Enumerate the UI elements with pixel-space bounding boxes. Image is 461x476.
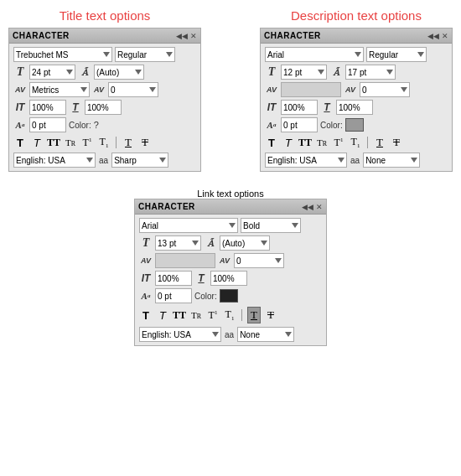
type-sub-btn[interactable]: T1 — [97, 136, 111, 149]
desc-close-btn[interactable]: ✕ — [442, 32, 448, 40]
desc-font-row: Arial Regular — [265, 47, 448, 62]
desc-type-smallcaps-btn[interactable]: Tr — [315, 137, 329, 147]
desc-panel-body: Arial Regular T 12 pt A̋ 17 pt — [261, 44, 452, 171]
link-aa-select[interactable]: None — [237, 327, 294, 342]
link-panel-title: CHARACTER — [138, 202, 195, 211]
desc-font-select[interactable]: Arial — [265, 47, 364, 62]
kern-icon: AV — [13, 83, 27, 96]
color-value: ? — [94, 120, 99, 130]
desc-baseline-row: Aa Color: — [265, 117, 448, 132]
panel-body: Trebuchet MS Regular T 24 pt A̋ (Auto) — [9, 44, 200, 171]
size-icon: T — [13, 65, 27, 79]
desc-aa-select[interactable]: None — [363, 153, 420, 168]
link-track-select[interactable]: 0 — [234, 253, 284, 268]
panel-header: CHARACTER ◀◀ ✕ — [9, 28, 200, 44]
desc-type-bold-btn[interactable]: T — [265, 137, 278, 149]
style-select[interactable]: Regular — [115, 47, 175, 62]
desc-baseline-icon: Aa — [265, 118, 278, 132]
desc-scale-v-icon: IT — [265, 101, 278, 114]
desc-type-super-btn[interactable]: T1 — [332, 137, 345, 149]
link-panel-header: CHARACTER ◀◀ ✕ — [135, 199, 326, 215]
link-divider1 — [241, 309, 242, 321]
link-type-smallcaps-btn[interactable]: Tr — [189, 310, 203, 320]
title-section-label: Title text options — [60, 8, 151, 23]
title-section: Title text options CHARACTER ◀◀ ✕ Trebuc… — [8, 8, 201, 172]
aa-select[interactable]: Sharp None — [111, 153, 168, 168]
link-kern-row: AV AV 0 — [139, 253, 322, 268]
desc-type-italic-btn[interactable]: T — [282, 137, 295, 149]
desc-lang-select[interactable]: English: USA — [265, 153, 347, 168]
link-type-underline-btn[interactable]: T — [247, 307, 261, 323]
font-select[interactable]: Trebuchet MS — [13, 47, 112, 62]
link-size-icon: T — [139, 236, 153, 250]
link-type-super-btn[interactable]: T1 — [206, 309, 220, 322]
link-font-select[interactable]: Arial — [139, 218, 238, 233]
link-leading-icon: A̋ — [204, 236, 217, 250]
type-super-btn[interactable]: T1 — [80, 137, 94, 149]
link-scale-h-input[interactable] — [210, 271, 247, 286]
link-section: Link text options CHARACTER ◀◀ ✕ Arial B… — [8, 189, 453, 346]
link-style-select[interactable]: Bold — [241, 218, 301, 233]
kern-select[interactable]: Metrics — [29, 82, 90, 97]
leading-icon: A̋ — [78, 65, 91, 79]
link-aa-label: aa — [225, 330, 234, 339]
size-row: T 24 pt A̋ (Auto) — [13, 65, 196, 80]
type-underline-btn[interactable]: T — [122, 136, 135, 149]
link-color-box[interactable] — [220, 289, 238, 303]
desc-kern-select[interactable] — [281, 82, 341, 97]
desc-style-select[interactable]: Regular — [366, 47, 427, 62]
link-type-tt-btn[interactable]: TT — [173, 309, 186, 322]
link-type-italic-btn[interactable]: T — [156, 309, 169, 322]
desc-minimize-btn[interactable]: ◀◀ — [427, 32, 439, 40]
type-italic-btn[interactable]: T — [30, 137, 44, 149]
desc-type-sub-btn[interactable]: T1 — [349, 136, 362, 149]
baseline-input[interactable] — [29, 117, 66, 132]
scale-row: IT T — [13, 100, 196, 115]
minimize-btn[interactable]: ◀◀ — [176, 32, 188, 40]
desc-scale-row: IT T — [265, 100, 448, 115]
type-strike-btn[interactable]: T — [138, 136, 152, 149]
link-close-btn[interactable]: ✕ — [316, 203, 323, 211]
link-scale-row: IT T — [139, 271, 322, 286]
desc-scale-h-input[interactable] — [336, 100, 373, 115]
link-scale-v-input[interactable] — [155, 271, 192, 286]
type-tt-btn[interactable]: TT — [47, 137, 60, 149]
link-baseline-input[interactable] — [155, 288, 192, 303]
link-lang-row: English: USA aa None — [139, 327, 322, 342]
desc-color-box[interactable] — [345, 118, 364, 132]
link-minimize-btn[interactable]: ◀◀ — [302, 203, 313, 211]
link-type-bold-btn[interactable]: T — [139, 309, 153, 322]
scale-h-input[interactable] — [85, 100, 122, 115]
track-select[interactable]: 0 — [108, 82, 158, 97]
desc-scale-v-input[interactable] — [281, 100, 318, 115]
close-btn[interactable]: ✕ — [190, 32, 197, 40]
scale-v-icon: IT — [13, 101, 27, 114]
link-lang-select[interactable]: English: USA — [139, 327, 221, 342]
link-size-select[interactable]: 13 pt — [155, 235, 201, 251]
kern-row: AV Metrics AV 0 — [13, 82, 196, 97]
scale-v-input[interactable] — [29, 100, 66, 115]
link-kern-select[interactable] — [155, 253, 215, 268]
leading-select[interactable]: (Auto) — [94, 65, 144, 80]
type-bold-btn[interactable]: T — [13, 137, 27, 149]
desc-baseline-input[interactable] — [281, 117, 318, 132]
type-smallcaps-btn[interactable]: Tr — [64, 137, 77, 147]
lang-select[interactable]: English: USA — [13, 153, 96, 168]
desc-type-tt-btn[interactable]: TT — [298, 137, 312, 149]
desc-size-row: T 12 pt A̋ 17 pt — [265, 65, 448, 80]
link-leading-select[interactable]: (Auto) — [220, 235, 270, 251]
desc-size-select[interactable]: 12 pt — [281, 65, 327, 80]
desc-kern-icon: AV — [265, 83, 278, 96]
desc-lang-row: English: USA aa None — [265, 153, 448, 168]
lang-row: English: USA aa Sharp None — [13, 153, 196, 168]
link-header-controls: ◀◀ ✕ — [302, 203, 323, 211]
desc-type-underline-btn[interactable]: T — [373, 136, 386, 149]
link-type-sub-btn[interactable]: T1 — [223, 308, 236, 322]
size-select[interactable]: 24 pt — [29, 65, 75, 80]
desc-track-select[interactable]: 0 — [360, 82, 410, 97]
desc-type-strike-btn[interactable]: T — [390, 136, 403, 149]
aa-label: aa — [99, 156, 108, 165]
link-type-strike-btn[interactable]: T — [264, 308, 277, 322]
desc-leading-select[interactable]: 17 pt — [345, 65, 396, 80]
description-section-label: Description text options — [291, 8, 422, 23]
